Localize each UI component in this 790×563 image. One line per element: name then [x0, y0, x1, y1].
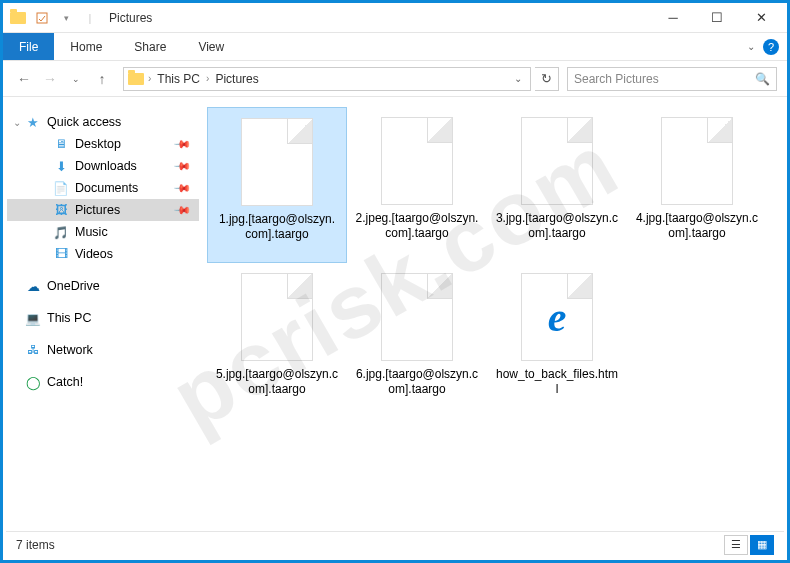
maximize-button[interactable]: ☐	[695, 4, 739, 32]
tab-view[interactable]: View	[182, 33, 240, 60]
sidebar-item-label: Catch!	[47, 375, 83, 389]
help-button[interactable]: ?	[763, 39, 779, 55]
back-button[interactable]: ←	[13, 68, 35, 90]
sidebar-item-label: This PC	[47, 311, 91, 325]
refresh-button[interactable]: ↻	[535, 67, 559, 91]
file-icon	[661, 117, 733, 205]
view-switcher: ☰ ▦	[724, 535, 774, 555]
sidebar-onedrive[interactable]: ☁OneDrive	[7, 275, 199, 297]
file-name: 5.jpg.[taargo@olszyn.com].taargo	[207, 367, 347, 397]
documents-icon: 📄	[53, 180, 69, 196]
sidebar-item-videos[interactable]: 🎞Videos	[7, 243, 199, 265]
file-name: 4.jpg.[taargo@olszyn.com].taargo	[627, 211, 767, 241]
close-button[interactable]: ✕	[739, 4, 783, 32]
sidebar-item-label: OneDrive	[47, 279, 100, 293]
sidebar-item-label: Music	[75, 225, 108, 239]
sidebar-item-label: Quick access	[47, 115, 121, 129]
pin-icon: 📌	[172, 134, 191, 153]
videos-icon: 🎞	[53, 246, 69, 262]
qat-dropdown-icon[interactable]: ▾	[55, 7, 77, 29]
star-icon: ★	[25, 114, 41, 130]
tab-share[interactable]: Share	[118, 33, 182, 60]
file-name: 1.jpg.[taargo@olszyn.com].taargo	[208, 212, 346, 242]
navigation-pane: ⌄ ★ Quick access 🖥Desktop📌 ⬇Downloads📌 📄…	[3, 97, 203, 532]
search-placeholder: Search Pictures	[574, 72, 659, 86]
search-input[interactable]: Search Pictures 🔍	[567, 67, 777, 91]
window-controls: ─ ☐ ✕	[651, 4, 783, 32]
file-item[interactable]: 3.jpg.[taargo@olszyn.com].taargo	[487, 107, 627, 263]
file-name: 6.jpg.[taargo@olszyn.com].taargo	[347, 367, 487, 397]
downloads-icon: ⬇	[53, 158, 69, 174]
address-dropdown-icon[interactable]: ⌄	[510, 73, 526, 84]
quick-access-toolbar: ▾ |	[7, 7, 101, 29]
status-bar: 7 items ☰ ▦	[6, 531, 784, 557]
breadcrumb-pictures[interactable]: Pictures	[213, 72, 260, 86]
file-item[interactable]: 5.jpg.[taargo@olszyn.com].taargo	[207, 263, 347, 419]
file-name: 3.jpg.[taargo@olszyn.com].taargo	[487, 211, 627, 241]
pictures-icon: 🖼	[53, 202, 69, 218]
item-count: 7 items	[16, 538, 55, 552]
file-name: 2.jpeg.[taargo@olszyn.com].taargo	[347, 211, 487, 241]
file-name: how_to_back_files.html	[487, 367, 627, 397]
file-item[interactable]: ehow_to_back_files.html	[487, 263, 627, 419]
sidebar-item-music[interactable]: 🎵Music	[7, 221, 199, 243]
file-pane[interactable]: 1.jpg.[taargo@olszyn.com].taargo 2.jpeg.…	[203, 97, 787, 532]
search-icon: 🔍	[755, 72, 770, 86]
sidebar-item-label: Desktop	[75, 137, 121, 151]
pin-icon: 📌	[172, 156, 191, 175]
thispc-icon: 💻	[25, 310, 41, 326]
sidebar-item-documents[interactable]: 📄Documents📌	[7, 177, 199, 199]
file-icon	[241, 118, 313, 206]
file-item[interactable]: 1.jpg.[taargo@olszyn.com].taargo	[207, 107, 347, 263]
sidebar-item-pictures[interactable]: 🖼Pictures📌	[7, 199, 199, 221]
sidebar-item-label: Network	[47, 343, 93, 357]
qat-properties-icon[interactable]	[31, 7, 53, 29]
sidebar-catch[interactable]: ◯Catch!	[7, 371, 199, 393]
sidebar-network[interactable]: 🖧Network	[7, 339, 199, 361]
window-title: Pictures	[109, 11, 152, 25]
details-view-button[interactable]: ☰	[724, 535, 748, 555]
sidebar-item-label: Downloads	[75, 159, 137, 173]
up-button[interactable]: ↑	[91, 68, 113, 90]
sidebar-item-label: Videos	[75, 247, 113, 261]
svg-rect-0	[37, 13, 47, 23]
chevron-right-icon: ›	[148, 73, 151, 84]
folder-icon	[128, 73, 144, 85]
sidebar-item-label: Documents	[75, 181, 138, 195]
sidebar-item-downloads[interactable]: ⬇Downloads📌	[7, 155, 199, 177]
sidebar-item-label: Pictures	[75, 203, 120, 217]
ribbon: File Home Share View ⌄ ?	[3, 33, 787, 61]
address-bar[interactable]: › This PC › Pictures ⌄	[123, 67, 531, 91]
qat-separator: |	[79, 7, 101, 29]
network-icon: 🖧	[25, 342, 41, 358]
pin-icon: 📌	[172, 200, 191, 219]
title-bar: ▾ | Pictures ─ ☐ ✕	[3, 3, 787, 33]
chevron-down-icon[interactable]: ⌄	[13, 117, 21, 128]
recent-dropdown-icon[interactable]: ⌄	[65, 68, 87, 90]
pin-icon: 📌	[172, 178, 191, 197]
file-tab[interactable]: File	[3, 33, 54, 60]
edge-icon: e	[521, 273, 593, 361]
thumbnails-view-button[interactable]: ▦	[750, 535, 774, 555]
minimize-button[interactable]: ─	[651, 4, 695, 32]
file-icon	[381, 117, 453, 205]
desktop-icon: 🖥	[53, 136, 69, 152]
file-icon	[521, 117, 593, 205]
sidebar-item-desktop[interactable]: 🖥Desktop📌	[7, 133, 199, 155]
sidebar-thispc[interactable]: 💻This PC	[7, 307, 199, 329]
navigation-bar: ← → ⌄ ↑ › This PC › Pictures ⌄ ↻ Search …	[3, 61, 787, 97]
file-icon	[381, 273, 453, 361]
file-item[interactable]: 2.jpeg.[taargo@olszyn.com].taargo	[347, 107, 487, 263]
explorer-icon[interactable]	[7, 7, 29, 29]
file-item[interactable]: 4.jpg.[taargo@olszyn.com].taargo	[627, 107, 767, 263]
file-item[interactable]: 6.jpg.[taargo@olszyn.com].taargo	[347, 263, 487, 419]
onedrive-icon: ☁	[25, 278, 41, 294]
catch-icon: ◯	[25, 374, 41, 390]
chevron-right-icon: ›	[206, 73, 209, 84]
file-icon	[241, 273, 313, 361]
breadcrumb-thispc[interactable]: This PC	[155, 72, 202, 86]
forward-button[interactable]: →	[39, 68, 61, 90]
sidebar-quick-access[interactable]: ⌄ ★ Quick access	[7, 111, 199, 133]
tab-home[interactable]: Home	[54, 33, 118, 60]
ribbon-collapse-icon[interactable]: ⌄	[747, 41, 755, 52]
